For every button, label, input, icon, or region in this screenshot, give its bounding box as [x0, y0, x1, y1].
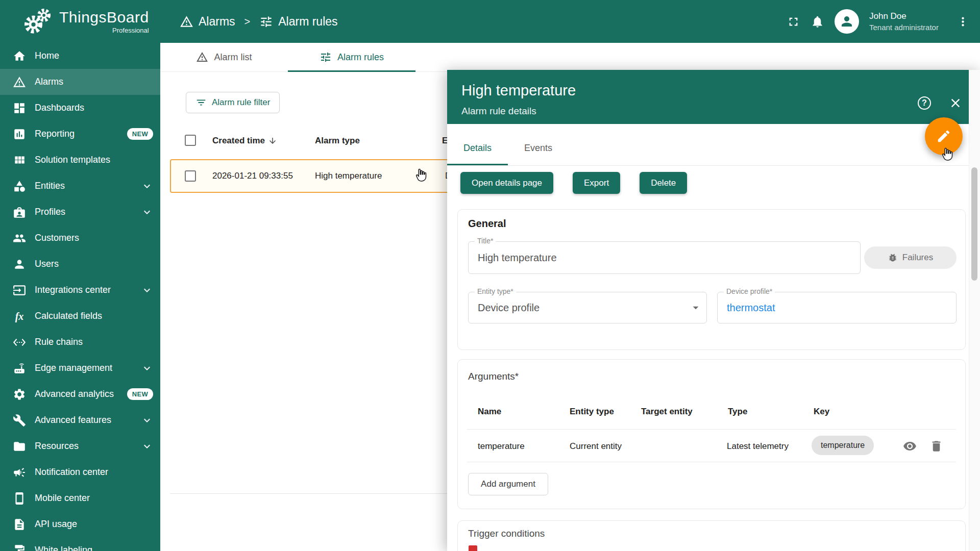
sidebar-item-advanced-analytics[interactable]: Advanced analyticsNEW: [0, 381, 160, 407]
breadcrumb: Alarms > Alarm rules: [180, 0, 338, 43]
users-icon: [13, 258, 26, 271]
sidebar-item-label: Calculated fields: [35, 311, 102, 321]
arg-column-target-entity: Target entity: [641, 407, 693, 417]
sidebar-item-profiles[interactable]: Profiles: [0, 199, 160, 225]
mobile-icon: [13, 492, 26, 505]
view-argument-button[interactable]: [903, 439, 917, 453]
chevron-down-icon: [141, 414, 153, 427]
avatar[interactable]: [835, 9, 859, 34]
device-profile-link[interactable]: thermostat: [727, 302, 775, 314]
edge-icon: [13, 362, 26, 375]
chevron-down-icon: [141, 180, 153, 192]
add-argument-button[interactable]: Add argument: [468, 473, 548, 495]
panel-scrollbar-thumb[interactable]: [971, 167, 977, 281]
sidebar-item-label: Mobile center: [35, 493, 90, 504]
tab-alarm-rules[interactable]: Alarm rules: [288, 43, 415, 71]
chevron-down-icon: [141, 206, 153, 218]
sidebar-item-users[interactable]: Users: [0, 251, 160, 277]
chevron-down-icon: [141, 284, 153, 296]
arg-column-name: Name: [478, 407, 501, 417]
alarm-rule-filter-button[interactable]: Alarm rule filter: [186, 92, 280, 113]
home-icon: [13, 49, 26, 63]
general-heading: General: [468, 218, 506, 230]
trigger-conditions-heading: Trigger conditions: [468, 528, 545, 539]
sidebar-item-label: Users: [35, 259, 59, 269]
fullscreen-button[interactable]: [787, 15, 800, 29]
notifications-button[interactable]: [811, 15, 824, 29]
column-header-created-time[interactable]: Created time: [212, 136, 277, 146]
title-input-value: High temperature: [478, 252, 557, 264]
main-tabbar: Alarm list Alarm rules: [160, 43, 980, 72]
device-profile-label: Device profile*: [724, 287, 775, 295]
panel-title: High temperature: [461, 82, 576, 99]
trigger-error-partial: [469, 545, 477, 551]
general-section: General Title* High temperature Failures…: [457, 209, 966, 350]
sidebar-item-edge-management[interactable]: Edge management: [0, 355, 160, 381]
breadcrumb-alarm-rules-label: Alarm rules: [278, 15, 337, 29]
sidebar-item-label: Profiles: [35, 207, 65, 217]
sidebar-item-customers[interactable]: Customers: [0, 225, 160, 251]
app-logo[interactable]: ThingsBoard Professional: [22, 7, 149, 36]
sidebar-item-label: Integrations center: [35, 285, 111, 295]
fullscreen-icon: [787, 15, 800, 29]
templates-icon: [13, 154, 26, 167]
arg-column-entity-type: Entity type: [570, 407, 614, 417]
device-profile-field[interactable]: Device profile* thermostat: [717, 292, 957, 323]
sidebar-item-label: Rule chains: [35, 337, 83, 347]
tune-icon: [320, 51, 332, 63]
close-button[interactable]: [948, 96, 963, 110]
tab-alarm-list[interactable]: Alarm list: [160, 43, 288, 71]
tab-details[interactable]: Details: [447, 131, 508, 165]
sidebar-item-dashboards[interactable]: Dashboards: [0, 95, 160, 121]
arg-key-chip: temperature: [812, 436, 874, 455]
sidebar-item-notification-center[interactable]: Notification center: [0, 459, 160, 485]
divider: [467, 462, 956, 462]
sidebar-item-white-labeling[interactable]: White labeling: [0, 537, 160, 551]
failures-button[interactable]: Failures: [864, 246, 957, 269]
sidebar-item-solution-templates[interactable]: Solution templates: [0, 147, 160, 173]
notification-icon: [13, 466, 26, 479]
sidebar-item-calculated-fields[interactable]: fxCalculated fields: [0, 303, 160, 329]
cursor-pointer-icon: [413, 167, 428, 183]
open-details-page-button[interactable]: Open details page: [460, 172, 553, 194]
arg-name-value: temperature: [478, 441, 525, 452]
sidebar-item-mobile-center[interactable]: Mobile center: [0, 485, 160, 511]
select-all-checkbox[interactable]: [185, 135, 196, 146]
failures-label: Failures: [902, 253, 933, 263]
bell-icon: [811, 15, 824, 29]
sidebar-item-rule-chains[interactable]: Rule chains: [0, 329, 160, 355]
sidebar-item-home[interactable]: Home: [0, 43, 160, 69]
dropdown-arrow-icon: [689, 301, 702, 314]
breadcrumb-item-alarms[interactable]: Alarms: [180, 15, 235, 29]
sidebar-item-advanced-features[interactable]: Advanced features: [0, 407, 160, 433]
user-info[interactable]: John Doe Tenant administrator: [869, 11, 946, 32]
panel-header: High temperature Alarm rule details ?: [447, 70, 969, 124]
edit-pencil-icon: [936, 129, 951, 144]
trigger-conditions-section: Trigger conditions: [457, 520, 966, 551]
tune-icon: [259, 15, 273, 29]
sidebar-item-alarms[interactable]: Alarms: [0, 69, 160, 95]
more-menu-button[interactable]: [956, 15, 970, 29]
row-checkbox[interactable]: [185, 170, 196, 182]
help-button[interactable]: ?: [918, 96, 931, 110]
entity-type-select[interactable]: Entity type* Device profile: [468, 292, 707, 323]
chevron-down-icon: [141, 362, 153, 374]
breadcrumb-item-alarm-rules[interactable]: Alarm rules: [259, 15, 337, 29]
sidebar-item-entities[interactable]: Entities: [0, 173, 160, 199]
sidebar-item-label: Notification center: [35, 467, 108, 478]
title-input[interactable]: Title* High temperature: [468, 241, 861, 274]
whitelabel-icon: [13, 544, 26, 551]
bug-icon: [888, 253, 898, 263]
tab-events[interactable]: Events: [508, 131, 569, 165]
sidebar-item-api-usage[interactable]: API usage: [0, 511, 160, 537]
column-header-alarm-type[interactable]: Alarm type: [315, 136, 360, 146]
export-button[interactable]: Export: [573, 172, 620, 194]
delete-button[interactable]: Delete: [640, 172, 687, 194]
user-name: John Doe: [869, 11, 946, 21]
sidebar-item-reporting[interactable]: ReportingNEW: [0, 121, 160, 147]
sidebar-item-label: Resources: [35, 441, 79, 452]
user-role: Tenant administrator: [869, 23, 946, 32]
sidebar-item-integrations-center[interactable]: Integrations center: [0, 277, 160, 303]
sidebar-item-resources[interactable]: Resources: [0, 433, 160, 459]
delete-argument-button[interactable]: [929, 439, 943, 453]
